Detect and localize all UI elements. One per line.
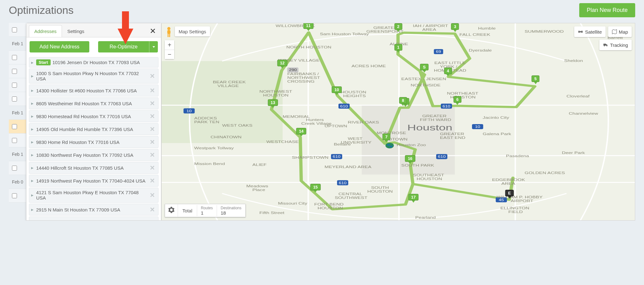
svg-text:HOUSTON: HOUSTON [341, 90, 366, 94]
address-row[interactable]: ▸14440 Hillcroft St Houston TX 77085 USA… [29, 162, 158, 174]
map-pin-17[interactable]: 17 [408, 194, 418, 203]
optimization-checkbox-row[interactable] [9, 64, 26, 78]
address-row[interactable]: ▸2915 N Main St Houston TX 77009 USA✕ [29, 204, 158, 216]
svg-text:Pasadena: Pasadena [506, 154, 529, 158]
optimization-checkbox-row[interactable] [9, 189, 26, 203]
optimization-checkbox-row[interactable] [9, 134, 26, 147]
optimization-checkbox[interactable] [12, 27, 17, 32]
close-panel-icon[interactable]: ✕ [147, 25, 158, 37]
add-new-address-button[interactable]: Add New Address [30, 41, 89, 52]
address-row[interactable]: ▸1000 S Sam Houston Pkwy N Houston TX 77… [29, 69, 158, 84]
address-row[interactable]: ▸4121 S Sam Houston Pkwy E Houston TX 77… [29, 188, 158, 203]
map-pin-1[interactable]: 1 [394, 44, 402, 53]
svg-rect-116 [167, 30, 170, 34]
map-pin-16[interactable]: 16 [405, 155, 415, 164]
expand-caret-icon[interactable]: ▸ [31, 88, 34, 93]
footer-routes-value: 1 [201, 210, 213, 216]
map-pin-14[interactable]: 14 [296, 128, 306, 137]
expand-caret-icon[interactable]: ▸ [31, 73, 34, 79]
remove-address-icon[interactable]: ✕ [148, 206, 156, 213]
expand-caret-icon[interactable]: ▸ [31, 192, 34, 198]
remove-address-icon[interactable]: ✕ [148, 177, 156, 184]
address-row[interactable]: ▸14919 Northwest Fwy Houston TX 77040-40… [29, 175, 158, 187]
address-row[interactable]: ▸10830 Northwest Fwy Houston TX 77092 US… [29, 149, 158, 161]
address-row[interactable]: ▸9830 Homestead Rd Houston TX 77016 USA✕ [29, 110, 158, 122]
map-toggle[interactable]: Map [608, 26, 632, 37]
map-pin-7[interactable]: 7 [382, 134, 390, 142]
tab-addresses[interactable]: Addresses [29, 25, 62, 37]
map-pin-11[interactable]: 11 [303, 23, 313, 31]
expand-caret-icon[interactable]: ▸ [31, 165, 34, 171]
map-pin-6[interactable]: 6 [453, 96, 461, 105]
optimization-checkbox[interactable] [12, 138, 17, 143]
address-row[interactable]: ▸14905 Old Humble Rd Humble TX 77396 USA… [29, 123, 158, 135]
optimization-checkbox-row[interactable] [9, 120, 26, 134]
address-row[interactable]: ▸14300 Hollister St #600 Houston TX 7706… [29, 85, 158, 96]
tracking-toggle[interactable]: Tracking [599, 40, 632, 50]
address-row[interactable]: ▸2915 N Main St Houston TX 77009 USA✕ [29, 216, 158, 220]
optimization-checkbox-row[interactable] [9, 23, 26, 37]
remove-address-icon[interactable]: ✕ [148, 100, 156, 107]
expand-caret-icon[interactable]: ▸ [31, 60, 34, 65]
expand-caret-icon[interactable]: ▸ [31, 220, 34, 220]
map-pin-3[interactable]: 3 [451, 23, 459, 32]
optimization-checkbox-row[interactable] [9, 161, 26, 175]
tab-settings[interactable]: Settings [62, 25, 90, 37]
optimization-checkbox[interactable] [12, 124, 17, 129]
optimization-checkbox[interactable] [12, 193, 17, 198]
footer-destinations-label: Destinations [221, 206, 242, 210]
svg-text:CHINATOWN: CHINATOWN [210, 135, 242, 139]
remove-address-icon[interactable]: ✕ [148, 191, 156, 199]
optimization-checkbox[interactable] [12, 55, 17, 60]
address-list[interactable]: ▸Start10196 Jensen Dr Houston TX 77093 U… [26, 56, 161, 220]
remove-address-icon[interactable]: ✕ [148, 125, 156, 133]
map-pin-E[interactable]: E [505, 190, 514, 199]
address-row[interactable]: ▸8605 Westheimer Rd Houston TX 77063 USA… [29, 97, 158, 109]
optimization-checkbox-row[interactable] [9, 92, 26, 106]
optimization-checkbox-row[interactable] [9, 78, 26, 92]
address-text: 9830 Home Rd Houston TX 77016 USA [36, 140, 148, 145]
expand-caret-icon[interactable]: ▸ [31, 178, 34, 184]
remove-address-icon[interactable]: ✕ [148, 151, 156, 159]
expand-caret-icon[interactable]: ▸ [31, 139, 34, 145]
satellite-toggle[interactable]: Satellite [574, 26, 605, 37]
remove-address-icon[interactable]: ✕ [148, 87, 156, 94]
expand-caret-icon[interactable]: ▸ [31, 207, 34, 212]
plan-new-route-button[interactable]: Plan New Route [579, 3, 635, 17]
map-pin-15[interactable]: 15 [310, 184, 320, 193]
address-row[interactable]: ▸Start10196 Jensen Dr Houston TX 77093 U… [29, 57, 158, 68]
svg-text:Channelview: Channelview [569, 112, 598, 116]
remove-address-icon[interactable]: ✕ [148, 164, 156, 172]
zoom-in-button[interactable]: + [165, 40, 174, 50]
zoom-out-button[interactable]: − [165, 50, 174, 59]
map-pin-2[interactable]: 2 [394, 23, 402, 32]
remove-address-icon[interactable]: ✕ [148, 138, 156, 146]
optimization-checkbox-row[interactable] [9, 51, 26, 64]
svg-text:EAST LITTLE: EAST LITTLE [434, 61, 466, 65]
map-pin-10[interactable]: 10 [332, 86, 342, 95]
map-canvas[interactable]: 10 610 610 10 610 610 610 69 45 290 Hous… [161, 23, 635, 221]
reoptimize-dropdown-button[interactable] [149, 41, 158, 52]
map-settings-gear-icon[interactable] [165, 204, 178, 217]
map-pin-5[interactable]: 5 [531, 75, 539, 84]
remove-address-icon[interactable]: ✕ [148, 72, 156, 80]
map-pin-4[interactable]: 4 [444, 68, 452, 76]
expand-caret-icon[interactable]: ▸ [31, 113, 34, 119]
optimization-checkbox[interactable] [12, 69, 17, 74]
expand-caret-icon[interactable]: ▸ [31, 101, 34, 106]
map-settings-button[interactable]: Map Settings [175, 26, 210, 36]
remove-address-icon[interactable]: ✕ [148, 219, 156, 220]
address-row[interactable]: ▸9830 Home Rd Houston TX 77016 USA✕ [29, 136, 158, 148]
optimization-checkbox[interactable] [12, 96, 17, 101]
optimization-checkbox[interactable] [12, 166, 17, 171]
map-pin-12[interactable]: 12 [277, 60, 287, 69]
optimization-checkbox[interactable] [12, 83, 17, 88]
expand-caret-icon[interactable]: ▸ [31, 126, 34, 132]
map-pin-8[interactable]: 8 [399, 97, 407, 106]
street-view-pegman-icon[interactable] [165, 26, 173, 39]
remove-address-icon[interactable]: ✕ [148, 112, 156, 120]
map-pin-S[interactable]: S [420, 64, 429, 73]
expand-caret-icon[interactable]: ▸ [31, 152, 34, 158]
map-pin-13[interactable]: 13 [268, 99, 278, 108]
address-text: 14300 Hollister St #600 Houston TX 77066… [36, 88, 148, 93]
